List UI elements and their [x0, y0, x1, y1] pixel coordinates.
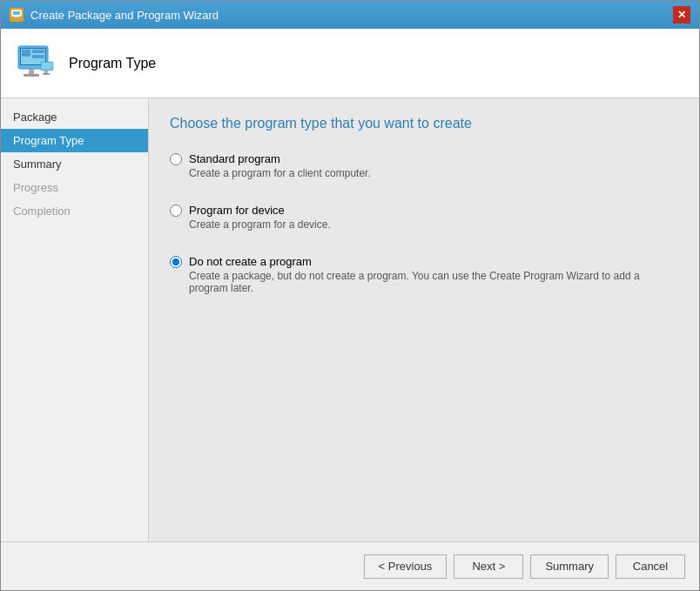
header-title: Program Type	[69, 56, 156, 71]
svg-rect-10	[29, 69, 34, 74]
sidebar-item-program-type[interactable]: Program Type	[1, 129, 148, 152]
radio-desc-device: Create a program for a device.	[189, 218, 678, 231]
body: Package Program Type Summary Progress Co…	[1, 98, 699, 541]
radio-label-row-device: Program for device	[170, 204, 678, 217]
radio-option-none: Do not create a program Create a package…	[170, 255, 678, 294]
title-bar-left: Create Package and Program Wizard	[10, 8, 219, 22]
title-text: Create Package and Program Wizard	[30, 9, 219, 22]
radio-label-standard[interactable]: Standard program	[189, 152, 280, 165]
cancel-button[interactable]: Cancel	[616, 554, 685, 579]
wizard-window: Create Package and Program Wizard ✕	[0, 0, 700, 591]
sidebar-item-summary[interactable]: Summary	[1, 152, 148, 176]
radio-none[interactable]	[170, 256, 182, 268]
main-content: Choose the program type that you want to…	[149, 98, 699, 541]
previous-button[interactable]: < Previous	[364, 554, 448, 579]
app-icon	[10, 8, 24, 22]
svg-rect-1	[13, 11, 20, 15]
svg-rect-11	[24, 74, 39, 77]
svg-rect-2	[14, 17, 19, 17]
main-title: Choose the program type that you want to…	[170, 116, 678, 131]
close-button[interactable]: ✕	[673, 6, 690, 24]
radio-desc-none: Create a package, but do not create a pr…	[189, 270, 678, 294]
svg-rect-3	[12, 17, 21, 19]
radio-desc-standard: Create a program for a client computer.	[189, 167, 678, 179]
radio-label-device[interactable]: Program for device	[189, 204, 285, 217]
sidebar-item-package[interactable]: Package	[1, 105, 148, 129]
svg-rect-7	[22, 50, 30, 57]
radio-label-none[interactable]: Do not create a program	[189, 255, 312, 268]
sidebar: Package Program Type Summary Progress Co…	[1, 98, 149, 541]
radio-group: Standard program Create a program for a …	[170, 152, 678, 294]
radio-label-row-none: Do not create a program	[170, 255, 678, 268]
svg-rect-13	[42, 63, 52, 69]
svg-rect-15	[43, 73, 50, 75]
radio-label-row-standard: Standard program	[170, 152, 678, 165]
radio-option-standard: Standard program Create a program for a …	[170, 152, 678, 179]
summary-button[interactable]: Summary	[530, 554, 609, 579]
radio-device[interactable]	[170, 205, 182, 217]
radio-option-device: Program for device Create a program for …	[170, 204, 678, 231]
next-button[interactable]: Next >	[454, 554, 523, 579]
svg-rect-9	[32, 55, 44, 58]
svg-rect-8	[32, 50, 44, 53]
footer: < Previous Next > Summary Cancel	[1, 541, 699, 590]
header-section: Program Type	[1, 29, 699, 98]
computer-icon	[15, 43, 57, 84]
radio-standard[interactable]	[170, 153, 182, 165]
sidebar-item-progress[interactable]: Progress	[1, 176, 148, 199]
sidebar-item-completion[interactable]: Completion	[1, 199, 148, 223]
svg-rect-14	[44, 71, 48, 73]
title-bar: Create Package and Program Wizard ✕	[1, 1, 699, 29]
